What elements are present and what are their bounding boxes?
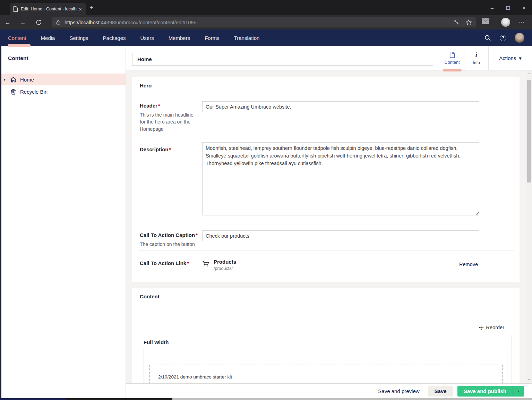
browser-profile-avatar[interactable] xyxy=(501,18,510,27)
editor-footer: Save and preview Save Save and publish xyxy=(126,383,532,398)
required-asterisk: * xyxy=(169,146,171,152)
required-asterisk: * xyxy=(187,260,189,266)
umbraco-top-nav: Content Media Settings Packages Users Me… xyxy=(0,29,532,46)
url-path: :44398/umbraco#/content/content/edit/109… xyxy=(100,20,197,25)
window-close-button[interactable] xyxy=(516,5,532,11)
vertical-scrollbar[interactable] xyxy=(526,70,532,383)
save-button[interactable]: Save xyxy=(428,386,453,397)
nav-item-users[interactable]: Users xyxy=(140,35,154,41)
field-row-description: Description* Moonfish, steelhead, lampre… xyxy=(132,139,520,224)
page-favicon-icon xyxy=(13,6,18,12)
link-url: /products/ xyxy=(214,266,236,271)
taskbar-segment xyxy=(0,398,66,400)
new-tab-button[interactable] xyxy=(89,4,93,11)
scroll-up-icon[interactable] xyxy=(526,72,532,75)
nav-item-media[interactable]: Media xyxy=(41,35,55,41)
active-tab-underline xyxy=(443,69,462,71)
content-tree-sidebar: Content Home Recycle Bin xyxy=(0,46,126,400)
expand-caret-icon[interactable] xyxy=(4,77,6,82)
window-minimize-button[interactable] xyxy=(484,5,500,11)
toolbar-divider xyxy=(499,18,499,26)
info-icon xyxy=(475,51,477,59)
save-and-preview-button[interactable]: Save and preview xyxy=(378,388,419,394)
trash-icon xyxy=(10,88,17,95)
field-row-cta-link: Call To Action Link* Products /products/ xyxy=(132,250,520,282)
lock-icon[interactable] xyxy=(55,19,61,25)
browser-toolbar: https://localhost:44398/umbraco#/content… xyxy=(0,15,532,29)
browser-menu-icon[interactable] xyxy=(518,18,525,26)
url-host: https://localhost xyxy=(65,20,100,25)
group-title-hero: Hero xyxy=(140,83,152,88)
favorite-star-icon[interactable] xyxy=(465,19,472,26)
forward-button[interactable] xyxy=(15,19,31,26)
tab-content[interactable]: Content xyxy=(440,46,464,70)
field-label: Call To Action Link* xyxy=(140,260,199,266)
actions-label: Actions xyxy=(499,55,516,61)
block-item[interactable]: 2/10/2021 demo umbraco starter kit xyxy=(149,365,503,383)
browser-tab-title: Edit: Home - Content - localhost xyxy=(21,7,77,11)
chevron-down-icon xyxy=(519,55,522,61)
save-and-publish-button[interactable]: Save and publish xyxy=(457,386,524,397)
move-icon xyxy=(479,325,484,330)
cta-caption-input[interactable] xyxy=(202,230,479,241)
browser-tab[interactable]: Edit: Home - Content - localhost xyxy=(10,3,86,15)
search-icon[interactable] xyxy=(484,34,491,42)
sidebar-section-title: Content xyxy=(8,55,28,61)
taskbar-segment xyxy=(172,398,532,400)
nav-item-settings[interactable]: Settings xyxy=(69,35,88,41)
user-avatar[interactable] xyxy=(515,33,524,43)
window-maximize-button[interactable] xyxy=(500,5,516,11)
field-row-cta-caption: Call To Action Caption* The caption on t… xyxy=(132,224,520,250)
cart-icon xyxy=(202,260,209,267)
tab-close-icon[interactable] xyxy=(77,6,83,12)
chevron-up-icon xyxy=(517,389,520,393)
group-title-content: Content xyxy=(140,293,160,299)
help-icon[interactable] xyxy=(500,35,506,41)
save-and-publish-label: Save and publish xyxy=(457,386,513,397)
actions-dropdown[interactable]: Actions xyxy=(489,46,532,70)
key-icon[interactable] xyxy=(453,19,460,26)
back-button[interactable] xyxy=(0,19,15,26)
field-label: Description* xyxy=(140,146,199,152)
url-text: https://localhost:44398/umbraco#/content… xyxy=(65,20,450,25)
editor-main-area: Content Info Actions Hero xyxy=(126,46,532,400)
tab-label: Content xyxy=(445,60,460,65)
header-input[interactable] xyxy=(202,101,479,112)
nav-item-content[interactable]: Content xyxy=(8,35,26,41)
maximize-icon xyxy=(506,6,510,10)
taskbar-segment xyxy=(66,398,172,400)
linked-page-item[interactable]: Products /products/ xyxy=(202,259,236,271)
required-asterisk: * xyxy=(158,103,160,109)
document-name-input[interactable] xyxy=(132,53,433,66)
tab-label: Info xyxy=(473,60,480,65)
tree-item-recycle-bin[interactable]: Recycle Bin xyxy=(0,85,126,98)
remove-link-button[interactable]: Remove xyxy=(459,262,478,267)
nav-item-members[interactable]: Members xyxy=(169,35,190,41)
block-title: Full Width xyxy=(144,339,169,345)
field-row-header: Header* This is the main headline for th… xyxy=(132,94,520,139)
reorder-button[interactable]: Reorder xyxy=(479,325,504,330)
scroll-down-icon[interactable] xyxy=(526,378,532,381)
refresh-icon[interactable] xyxy=(35,19,42,26)
block-editor-area: 2/10/2021 demo umbraco starter kit xyxy=(144,349,507,383)
address-bar[interactable]: https://localhost:44398/umbraco#/content… xyxy=(52,17,476,27)
description-textarea[interactable]: Moonfish, steelhead, lamprey southern fl… xyxy=(202,142,479,215)
publish-split-caret[interactable] xyxy=(513,386,524,397)
field-description: This is the main headline for the hero a… xyxy=(140,111,199,133)
tab-info[interactable]: Info xyxy=(464,46,488,70)
nav-item-forms[interactable]: Forms xyxy=(205,35,220,41)
nav-item-translation[interactable]: Translation xyxy=(234,35,260,41)
full-width-block[interactable]: Full Width 2/10/2021 demo umbraco starte… xyxy=(140,335,512,383)
taskbar-edge xyxy=(0,398,532,400)
editor-header: Content Info Actions xyxy=(126,46,532,70)
document-icon xyxy=(449,51,455,58)
tree-item-home[interactable]: Home xyxy=(0,74,126,85)
link-title[interactable]: Products xyxy=(214,259,236,265)
mail-extension-icon[interactable] xyxy=(481,18,490,24)
home-icon xyxy=(10,76,17,83)
content-group-card: Content Reorder Full Width 2/10/2021 dem… xyxy=(132,288,520,383)
nav-item-packages[interactable]: Packages xyxy=(103,35,126,41)
scrollbar-thumb[interactable] xyxy=(527,80,531,182)
reorder-label: Reorder xyxy=(486,325,504,330)
field-label: Header* xyxy=(140,103,199,109)
